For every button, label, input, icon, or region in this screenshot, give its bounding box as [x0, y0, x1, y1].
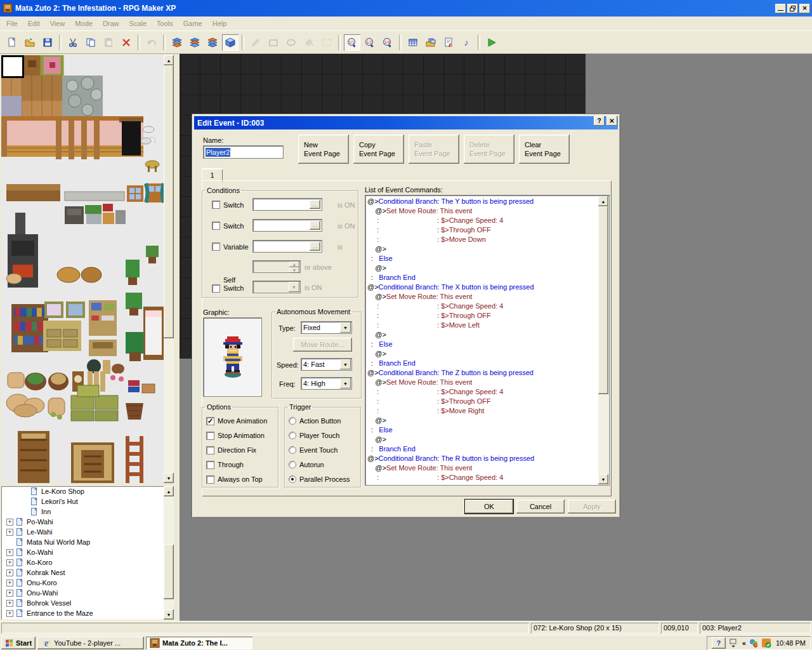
event-command-line[interactable]: : Branch End: [367, 359, 609, 368]
undo-button[interactable]: [143, 34, 160, 51]
event-command-line[interactable]: @>: [367, 263, 609, 273]
rectangle-button[interactable]: [265, 34, 282, 51]
event-command-line[interactable]: @>Set Move Route: This event: [367, 292, 609, 302]
palette-scrollbar[interactable]: ▲ ▼: [164, 55, 174, 483]
tree-item-kohrak-nest[interactable]: +Kohrak Nest: [1, 567, 164, 578]
clock[interactable]: 10:48 PM: [776, 639, 806, 647]
tree-scrollbar[interactable]: ▲ ▼: [164, 486, 174, 620]
option-through[interactable]: Through: [206, 460, 278, 469]
close-button[interactable]: ✕: [799, 4, 810, 13]
tree-item-inn[interactable]: Inn: [1, 507, 164, 517]
expand-icon[interactable]: +: [6, 610, 13, 617]
menu-item-mode[interactable]: Mode: [70, 18, 98, 29]
delete-button[interactable]: [118, 34, 134, 51]
layer-1-button[interactable]: [169, 34, 185, 51]
expand-icon[interactable]: +: [6, 559, 13, 566]
new-event-page-button[interactable]: New Event Page: [298, 135, 349, 164]
paste-event-page-button[interactable]: Paste Event Page: [409, 135, 459, 164]
palette-scroll-thumb[interactable]: [164, 65, 174, 338]
unchecked-checkbox-icon[interactable]: [206, 461, 214, 469]
option-move-animation[interactable]: ✓Move Animation: [206, 416, 278, 425]
palette-scroll-down[interactable]: ▼: [164, 473, 174, 483]
radio-icon[interactable]: [289, 446, 296, 454]
expand-icon[interactable]: +: [6, 600, 13, 607]
expand-icon[interactable]: +: [6, 580, 13, 587]
copy-button[interactable]: [82, 34, 99, 51]
event-command-line[interactable]: : Else: [367, 425, 609, 435]
event-command-line[interactable]: @>: [367, 416, 609, 425]
event-command-line[interactable]: : : $>Through OFF: [367, 225, 609, 235]
unchecked-checkbox-icon[interactable]: [206, 446, 214, 454]
self-switch-checkbox[interactable]: [212, 284, 220, 293]
apply-button[interactable]: Apply: [568, 500, 616, 514]
commands-scroll-thumb[interactable]: [598, 206, 608, 394]
self-switch-dropdown-arrow-icon[interactable]: ▼: [289, 282, 299, 292]
expand-icon[interactable]: +: [6, 590, 13, 597]
tree-item-onu-wahi[interactable]: +Onu-Wahi: [1, 588, 164, 598]
switch2-checkbox[interactable]: [212, 222, 220, 230]
type-dropdown[interactable]: Fixed ▼: [301, 321, 352, 334]
tree-item-mata-nui-world-map[interactable]: Mata Nui World Map: [1, 537, 164, 547]
taskbar-task-active[interactable]: Mata Zuto 2: The I...: [146, 637, 252, 649]
palette-scroll-up[interactable]: ▲: [164, 55, 174, 65]
map-tree[interactable]: Le-Koro ShopLekori's HutInn+Po-Wahi+Le-W…: [1, 486, 164, 620]
event-command-line[interactable]: : Else: [367, 340, 609, 349]
event-command-line[interactable]: @>: [367, 330, 609, 340]
event-command-line[interactable]: @>Conditional Branch: The Y button is be…: [367, 197, 609, 206]
menu-item-draw[interactable]: Draw: [98, 18, 124, 29]
database-button[interactable]: [405, 34, 421, 51]
tree-item-ko-koro[interactable]: +Ko-Koro: [1, 557, 164, 567]
self-switch-dropdown[interactable]: ▼: [252, 281, 301, 293]
clear-event-page-button[interactable]: Clear Event Page: [519, 135, 570, 164]
radio-icon[interactable]: [289, 461, 296, 468]
tray-help-icon[interactable]: ?: [712, 637, 726, 649]
dialog-help-button[interactable]: ?: [594, 116, 605, 126]
event-command-line[interactable]: : : $>Through OFF: [367, 397, 609, 406]
option-always-on-top[interactable]: Always on Top: [206, 475, 278, 484]
cancel-button[interactable]: Cancel: [516, 500, 565, 514]
start-button[interactable]: Start: [1, 637, 36, 649]
freq-dropdown-arrow-icon[interactable]: ▼: [340, 378, 351, 388]
event-command-line[interactable]: @>Set Move Route: This event: [367, 463, 609, 473]
tray-chevron[interactable]: «: [742, 639, 746, 647]
commands-scroll-down[interactable]: ▼: [598, 474, 608, 484]
trigger-autorun[interactable]: Autorun: [289, 460, 360, 469]
event-command-line[interactable]: @>Set Move Route: This event: [367, 378, 609, 387]
variable-value-spinner[interactable]: ▲ ▼: [252, 260, 301, 273]
event-command-line[interactable]: @>Set Move Route: This event: [367, 206, 609, 216]
zoom-1-2-button[interactable]: 1/2: [362, 34, 378, 51]
ok-button[interactable]: OK: [465, 500, 513, 514]
tree-item-onu-koro[interactable]: +Onu-Koro: [1, 578, 164, 588]
selected-radio-icon[interactable]: [289, 475, 296, 483]
dialog-close-button[interactable]: ✕: [606, 116, 617, 126]
menu-item-game[interactable]: Game: [178, 18, 207, 29]
event-command-line[interactable]: : : $>Move Left: [367, 321, 609, 330]
event-command-line[interactable]: @>: [367, 349, 609, 359]
speed-dropdown-arrow-icon[interactable]: ▼: [340, 359, 351, 369]
option-stop-animation[interactable]: Stop Animation: [206, 431, 278, 440]
tree-item-po-wahi[interactable]: +Po-Wahi: [1, 517, 164, 527]
commands-scroll-up[interactable]: ▲: [598, 196, 608, 206]
event-command-line[interactable]: : : $>Change Speed: 4: [367, 387, 609, 397]
radio-icon[interactable]: [289, 417, 296, 425]
trigger-event-touch[interactable]: Event Touch: [289, 446, 360, 454]
checked-checkbox-icon[interactable]: ✓: [206, 417, 214, 425]
tree-item-bohrok-vessel[interactable]: +Bohrok Vessel: [1, 598, 164, 608]
variable-checkbox[interactable]: [212, 242, 220, 251]
flood-fill-button[interactable]: [301, 34, 317, 51]
event-command-line[interactable]: @>Conditional Branch: The X button is be…: [367, 282, 609, 292]
type-dropdown-arrow-icon[interactable]: ▼: [340, 322, 351, 333]
event-page-tab-1[interactable]: 1: [202, 168, 223, 182]
event-command-line[interactable]: : : $>Change Speed: 4: [367, 302, 609, 311]
zoom-1-4-button[interactable]: 1/4: [379, 34, 396, 51]
event-command-line[interactable]: : Branch End: [367, 273, 609, 282]
materials-button[interactable]: [422, 34, 439, 51]
switch2-browse-button[interactable]: ...: [310, 221, 320, 230]
tree-item-entrance-to-the-maze[interactable]: +Entrance to the Maze: [1, 608, 164, 618]
event-command-line[interactable]: @>Conditional Branch: The R button is be…: [367, 454, 609, 463]
graphic-box[interactable]: [203, 317, 262, 397]
event-command-line[interactable]: : Else: [367, 254, 609, 263]
event-command-line[interactable]: : : $>Through OFF: [367, 311, 609, 321]
tree-item-ko-wahi[interactable]: +Ko-Wahi: [1, 547, 164, 557]
event-commands-list[interactable]: @>Conditional Branch: The Y button is be…: [365, 195, 610, 486]
